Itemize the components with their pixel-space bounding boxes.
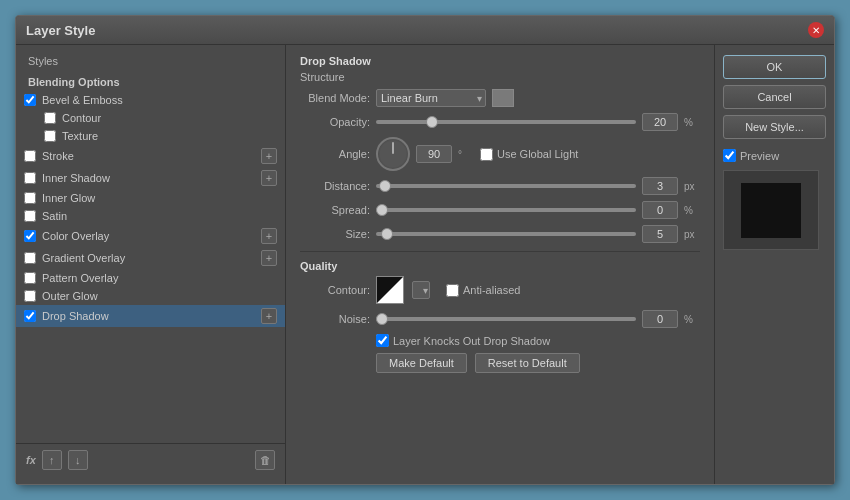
noise-unit: % — [684, 314, 700, 325]
styles-label: Styles — [16, 53, 285, 73]
contour-label: Contour: — [300, 284, 370, 296]
texture-checkbox[interactable] — [44, 130, 56, 142]
inner-shadow-checkbox[interactable] — [24, 172, 36, 184]
gradient-overlay-plus-btn[interactable]: + — [261, 250, 277, 266]
angle-dial[interactable] — [376, 137, 410, 171]
angle-input[interactable] — [416, 145, 452, 163]
distance-slider-container — [376, 184, 636, 188]
distance-slider[interactable] — [376, 184, 636, 188]
contour-thumb[interactable] — [376, 276, 404, 304]
blend-mode-label: Blend Mode: — [300, 92, 370, 104]
trash-btn[interactable]: 🗑 — [255, 450, 275, 470]
inner-shadow-plus-btn[interactable]: + — [261, 170, 277, 186]
action-btn-row: Make Default Reset to Default — [376, 353, 700, 373]
drop-shadow-plus-btn[interactable]: + — [261, 308, 277, 324]
anti-aliased-checkbox[interactable] — [446, 284, 459, 297]
layer-item-stroke[interactable]: Stroke + — [16, 145, 285, 167]
sub-section-title: Structure — [300, 71, 700, 83]
use-global-light-label[interactable]: Use Global Light — [480, 148, 578, 161]
close-button[interactable]: ✕ — [808, 22, 824, 38]
layer-item-satin[interactable]: Satin — [16, 207, 285, 225]
layer-item-outer-glow[interactable]: Outer Glow — [16, 287, 285, 305]
size-input[interactable] — [642, 225, 678, 243]
opacity-slider[interactable] — [376, 120, 636, 124]
spread-row: Spread: % — [300, 201, 700, 219]
preview-label[interactable]: Preview — [723, 149, 826, 162]
quality-title: Quality — [300, 260, 700, 272]
distance-row: Distance: px — [300, 177, 700, 195]
down-arrow-btn[interactable]: ↓ — [68, 450, 88, 470]
preview-inner — [741, 183, 801, 238]
layer-item-color-overlay[interactable]: Color Overlay + — [16, 225, 285, 247]
layer-item-gradient-overlay[interactable]: Gradient Overlay + — [16, 247, 285, 269]
dialog-body: Styles Blending Options Bevel & Emboss C… — [16, 45, 834, 484]
outer-glow-checkbox[interactable] — [24, 290, 36, 302]
gradient-overlay-checkbox[interactable] — [24, 252, 36, 264]
opacity-slider-container — [376, 120, 636, 124]
blend-mode-select[interactable]: Linear Burn Normal Multiply — [376, 89, 486, 107]
spread-slider[interactable] — [376, 208, 636, 212]
layer-item-pattern-overlay[interactable]: Pattern Overlay — [16, 269, 285, 287]
distance-input[interactable] — [642, 177, 678, 195]
layer-item-inner-glow[interactable]: Inner Glow — [16, 189, 285, 207]
layer-item-bevel[interactable]: Bevel & Emboss — [16, 91, 285, 109]
make-default-btn[interactable]: Make Default — [376, 353, 467, 373]
up-arrow-btn[interactable]: ↑ — [42, 450, 62, 470]
size-unit: px — [684, 229, 700, 240]
opacity-input[interactable] — [642, 113, 678, 131]
size-slider-container — [376, 232, 636, 236]
middle-panel: Drop Shadow Structure Blend Mode: Linear… — [286, 45, 714, 484]
contour-checkbox[interactable] — [44, 112, 56, 124]
layer-item-contour[interactable]: Contour — [16, 109, 285, 127]
layer-style-dialog: Layer Style ✕ Styles Blending Options Be… — [15, 15, 835, 485]
noise-slider-container — [376, 317, 636, 321]
layer-item-texture[interactable]: Texture — [16, 127, 285, 145]
contour-dropdown-wrap — [412, 281, 432, 299]
bottom-bar: fx ↑ ↓ 🗑 — [16, 443, 285, 476]
inner-glow-checkbox[interactable] — [24, 192, 36, 204]
spread-unit: % — [684, 205, 700, 216]
stroke-plus-btn[interactable]: + — [261, 148, 277, 164]
contour-select[interactable] — [412, 281, 430, 299]
noise-label: Noise: — [300, 313, 370, 325]
size-slider[interactable] — [376, 232, 636, 236]
cancel-button[interactable]: Cancel — [723, 85, 826, 109]
spread-label: Spread: — [300, 204, 370, 216]
blend-color-swatch[interactable] — [492, 89, 514, 107]
blend-mode-row: Blend Mode: Linear Burn Normal Multiply — [300, 89, 700, 107]
use-global-light-checkbox[interactable] — [480, 148, 493, 161]
title-bar: Layer Style ✕ — [16, 16, 834, 45]
angle-unit: ° — [458, 149, 474, 160]
color-overlay-checkbox[interactable] — [24, 230, 36, 242]
reset-default-btn[interactable]: Reset to Default — [475, 353, 580, 373]
color-overlay-plus-btn[interactable]: + — [261, 228, 277, 244]
opacity-unit: % — [684, 117, 700, 128]
preview-checkbox[interactable] — [723, 149, 736, 162]
bevel-checkbox[interactable] — [24, 94, 36, 106]
ok-button[interactable]: OK — [723, 55, 826, 79]
spread-slider-container — [376, 208, 636, 212]
right-panel: OK Cancel New Style... Preview — [714, 45, 834, 484]
anti-aliased-label[interactable]: Anti-aliased — [446, 284, 520, 297]
noise-input[interactable] — [642, 310, 678, 328]
new-style-button[interactable]: New Style... — [723, 115, 826, 139]
stroke-checkbox[interactable] — [24, 150, 36, 162]
distance-label: Distance: — [300, 180, 370, 192]
drop-shadow-checkbox[interactable] — [24, 310, 36, 322]
section-title: Drop Shadow — [300, 55, 700, 67]
angle-row: Angle: ° Use Global Light — [300, 137, 700, 171]
satin-checkbox[interactable] — [24, 210, 36, 222]
layer-item-inner-shadow[interactable]: Inner Shadow + — [16, 167, 285, 189]
left-panel: Styles Blending Options Bevel & Emboss C… — [16, 45, 286, 484]
knocks-out-checkbox[interactable] — [376, 334, 389, 347]
preview-box — [723, 170, 819, 250]
blending-options-header[interactable]: Blending Options — [16, 73, 285, 91]
noise-slider[interactable] — [376, 317, 636, 321]
pattern-overlay-checkbox[interactable] — [24, 272, 36, 284]
layer-item-drop-shadow[interactable]: Drop Shadow + — [16, 305, 285, 327]
opacity-row: Opacity: % — [300, 113, 700, 131]
spread-input[interactable] — [642, 201, 678, 219]
knocks-out-label[interactable]: Layer Knocks Out Drop Shadow — [376, 334, 550, 347]
opacity-label: Opacity: — [300, 116, 370, 128]
angle-label: Angle: — [300, 148, 370, 160]
